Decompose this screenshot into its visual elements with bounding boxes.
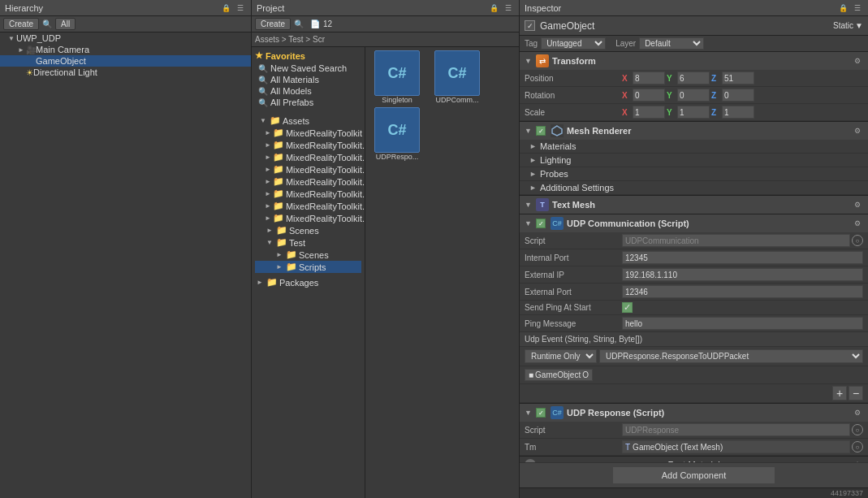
add-event-button[interactable]: + xyxy=(832,386,847,401)
mesh-renderer-header[interactable]: ▼ ✓ Mesh Renderer ⚙ xyxy=(520,122,868,140)
rotation-x-input[interactable] xyxy=(633,89,665,102)
folder-test-scripts[interactable]: ► 📁 Scripts xyxy=(255,261,361,273)
script-select-icon[interactable]: ○ xyxy=(852,235,863,246)
position-x-input[interactable] xyxy=(633,71,665,84)
gameobject-checkbox[interactable]: ✓ xyxy=(525,20,535,31)
arrow-icon: ► xyxy=(529,156,537,164)
runtime-only-dropdown[interactable]: Runtime Only xyxy=(525,349,597,363)
remove-event-button[interactable]: − xyxy=(849,386,863,401)
probes-row[interactable]: ► Probes xyxy=(520,167,868,181)
folder-test-scenes[interactable]: ► 📁 Scenes xyxy=(255,249,361,261)
inspector-lock-icon[interactable]: 🔒 xyxy=(837,2,849,14)
expand-icon: ▼ xyxy=(265,238,274,248)
file-item-udpcomm[interactable]: C# UDPComm... xyxy=(429,50,486,104)
gameobject-box[interactable]: ■ GameObject O xyxy=(525,369,593,381)
project-count-icon: 📄 xyxy=(310,19,320,28)
tag-dropdown[interactable]: Untagged xyxy=(541,37,606,50)
scale-z-input[interactable] xyxy=(722,106,754,119)
layer-label: Layer xyxy=(615,39,636,48)
folder-mixed-reality[interactable]: ► 📁 MixedRealityToolkit xyxy=(255,127,361,139)
udp-response-settings-icon[interactable]: ⚙ xyxy=(852,407,863,418)
external-port-input[interactable] xyxy=(622,285,863,298)
send-ping-checkbox[interactable]: ✓ xyxy=(622,302,633,313)
layer-dropdown[interactable]: Default xyxy=(639,37,704,50)
tree-label-main-camera: Main Camera xyxy=(36,45,89,54)
arrow-icon: ► xyxy=(529,184,537,192)
folder-mrt-examples[interactable]: ► 📁 MixedRealityToolkit.Examples xyxy=(255,139,361,151)
scale-x-input[interactable] xyxy=(633,106,665,119)
tree-item-uwp-udp[interactable]: ▼ UWP_UDP xyxy=(0,32,251,44)
tree-item-gameobject[interactable]: GameObject xyxy=(0,55,251,67)
folder-scenes[interactable]: ► 📁 Scenes xyxy=(255,224,361,236)
inspector-menu-icon[interactable]: ☰ xyxy=(852,2,863,14)
folder-mrt-tools[interactable]: ► 📁 MixedRealityToolkit.Tools xyxy=(255,212,361,224)
fav-item-all-models[interactable]: 🔍 All Models xyxy=(255,85,361,97)
udp-response-header[interactable]: ▼ ✓ C# UDP Response (Script) ⚙ xyxy=(520,404,868,422)
fav-item-all-materials[interactable]: 🔍 All Materials xyxy=(255,74,361,85)
folder-mrt-sdk[interactable]: ► 📁 MixedRealityToolkit.SDK xyxy=(255,188,361,200)
folder-mrt-generated[interactable]: ► 📁 MixedRealityToolkit.Generated xyxy=(255,163,361,175)
scale-y-input[interactable] xyxy=(677,106,710,119)
hierarchy-lock-icon[interactable]: 🔒 xyxy=(220,2,231,14)
favorites-section: ★ Favorites 🔍 New Saved Search 🔍 All Mat… xyxy=(252,47,365,111)
tree-label-directional-light: Directional Light xyxy=(33,67,97,77)
folder-mrt-services[interactable]: ► 📁 MixedRealityToolkit.Services xyxy=(255,200,361,212)
udp-comm-settings-icon[interactable]: ⚙ xyxy=(852,218,863,229)
tree-item-main-camera[interactable]: ► 🎥 Main Camera xyxy=(0,44,251,55)
fav-item-new-saved-search[interactable]: 🔍 New Saved Search xyxy=(255,63,361,74)
transform-header[interactable]: ▼ ⇄ Transform ⚙ xyxy=(520,52,868,70)
hierarchy-menu-icon[interactable]: ☰ xyxy=(235,2,246,14)
folder-packages[interactable]: ► 📁 Packages xyxy=(252,276,365,288)
file-item-singleton[interactable]: C# Singleton xyxy=(369,50,425,104)
favorites-header[interactable]: ★ Favorites xyxy=(255,50,361,61)
hierarchy-toolbar: Create 🔍 All xyxy=(0,16,251,32)
ping-message-input[interactable] xyxy=(622,317,863,330)
send-ping-label: Send Ping At Start xyxy=(525,303,622,312)
udp-comm-title: UDP Communication (Script) xyxy=(567,219,849,228)
folder-mrt-extensions[interactable]: ► 📁 MixedRealityToolkit.Extensions xyxy=(255,151,361,163)
file-item-udprespo[interactable]: C# UDPRespo... xyxy=(369,107,425,161)
mesh-renderer-settings-icon[interactable]: ⚙ xyxy=(852,125,863,136)
gameobject-name[interactable]: GameObject xyxy=(540,20,828,32)
event-handler-dropdown[interactable]: UDPResponse.ResponseToUDPPacket xyxy=(599,349,863,363)
svg-marker-0 xyxy=(552,126,562,136)
external-ip-input[interactable] xyxy=(622,268,863,281)
udp-comm-checkbox[interactable]: ✓ xyxy=(536,219,546,228)
folder-test[interactable]: ▼ 📁 Test xyxy=(255,236,361,249)
materials-row[interactable]: ► Materials xyxy=(520,140,868,154)
rotation-z-input[interactable] xyxy=(722,89,754,102)
lighting-row[interactable]: ► Lighting xyxy=(520,154,868,167)
position-z-input[interactable] xyxy=(722,71,754,84)
text-mesh-settings-icon[interactable]: ⚙ xyxy=(852,199,863,210)
add-component-button[interactable]: Add Component xyxy=(612,466,776,484)
tm-select-icon[interactable]: ○ xyxy=(852,441,863,453)
hierarchy-all-button[interactable]: All xyxy=(55,18,76,30)
inspector-panel: Inspector 🔒 ☰ ✓ GameObject Static ▼ Tag … xyxy=(520,0,868,498)
project-breadcrumb: Assets > Test > Scr xyxy=(252,32,519,47)
internal-port-input[interactable] xyxy=(622,251,863,264)
udp-response-checkbox[interactable]: ✓ xyxy=(536,408,546,418)
static-toggle[interactable]: Static ▼ xyxy=(833,21,863,30)
additional-settings-row[interactable]: ► Additional Settings xyxy=(520,181,868,195)
hierarchy-create-button[interactable]: Create xyxy=(3,18,39,30)
mesh-renderer-checkbox[interactable]: ✓ xyxy=(536,126,546,136)
rotation-y-input[interactable] xyxy=(677,89,710,102)
text-mesh-header[interactable]: ▼ T Text Mesh ⚙ xyxy=(520,196,868,214)
script-select-icon[interactable]: ○ xyxy=(852,424,863,435)
tree-item-directional-light[interactable]: ☀ Directional Light xyxy=(0,67,251,78)
expand-icon: ► xyxy=(265,128,271,138)
project-create-button[interactable]: Create xyxy=(255,18,291,30)
position-y-input[interactable] xyxy=(677,71,710,84)
folder-assets-root[interactable]: ▼ 📁 Assets xyxy=(255,115,361,127)
folder-mrt-providers[interactable]: ► 📁 MixedRealityToolkit.Providers xyxy=(255,175,361,188)
transform-settings-icon[interactable]: ⚙ xyxy=(852,55,863,67)
project-lock-icon[interactable]: 🔒 xyxy=(488,2,499,14)
transform-scale-row: Scale X Y Z xyxy=(520,104,868,121)
folder-label: MixedRealityToolkit.Services xyxy=(286,201,365,211)
fav-item-all-prefabs[interactable]: 🔍 All Prefabs xyxy=(255,97,361,108)
hierarchy-header: Hierarchy 🔒 ☰ xyxy=(0,0,251,16)
project-menu-icon[interactable]: ☰ xyxy=(503,2,514,14)
udp-comm-header[interactable]: ▼ ✓ C# UDP Communication (Script) ⚙ xyxy=(520,214,868,232)
script-value: UDPCommunication xyxy=(622,234,850,247)
folder-icon: 📁 xyxy=(276,225,287,236)
